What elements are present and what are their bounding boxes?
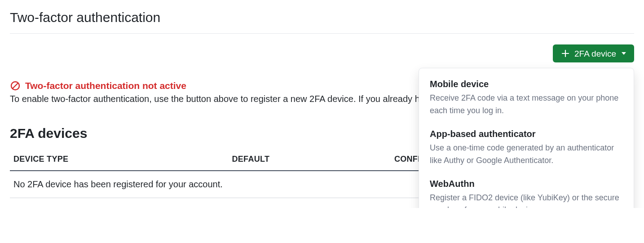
alert-title: Two-factor authentication not active (25, 80, 186, 91)
dropdown-item-desc: Register a FIDO2 device (like YubiKey) o… (430, 192, 623, 208)
add-2fa-device-button[interactable]: 2FA device (553, 44, 634, 62)
dropdown-item-title: WebAuthn (430, 179, 623, 189)
action-bar: 2FA device Mobile device Receive 2FA cod… (10, 44, 634, 62)
plus-icon (561, 49, 570, 58)
chevron-down-icon (622, 52, 626, 55)
dropdown-item-mobile-device[interactable]: Mobile device Receive 2FA code via a tex… (430, 76, 623, 126)
column-default: DEFAULT (229, 148, 391, 171)
dropdown-item-title: App-based authenticator (430, 129, 623, 139)
add-device-dropdown: Mobile device Receive 2FA code via a tex… (419, 68, 634, 208)
dropdown-item-app-authenticator[interactable]: App-based authenticator Use a one-time c… (430, 126, 623, 176)
dropdown-item-desc: Use a one-time code generated by an auth… (430, 142, 623, 167)
column-device-type: DEVICE TYPE (10, 148, 229, 171)
prohibited-icon (10, 80, 21, 91)
svg-line-1 (13, 83, 18, 88)
dropdown-item-title: Mobile device (430, 79, 623, 89)
page-title: Two-factor authentication (10, 10, 634, 34)
dropdown-item-desc: Receive 2FA code via a text message on y… (430, 92, 623, 117)
add-device-button-label: 2FA device (574, 49, 616, 58)
dropdown-item-webauthn[interactable]: WebAuthn Register a FIDO2 device (like Y… (430, 176, 623, 208)
